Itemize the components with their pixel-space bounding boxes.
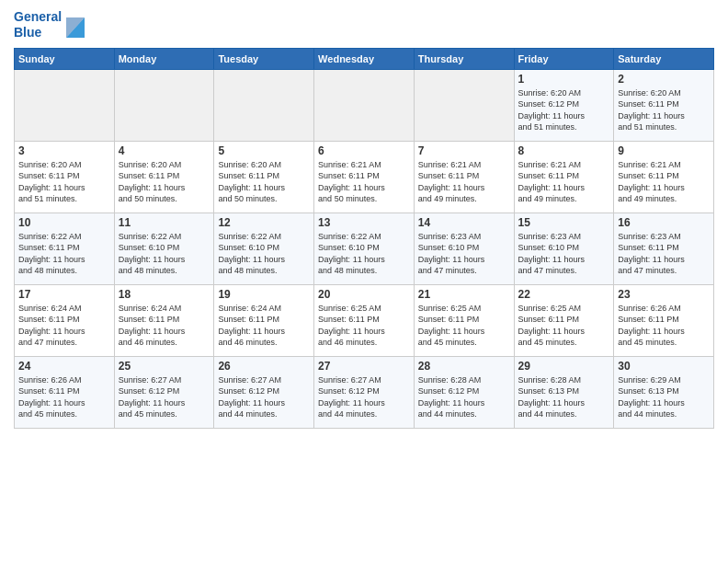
day-info: Sunrise: 6:20 AM Sunset: 6:11 PM Dayligh… <box>618 87 710 133</box>
day-number: 16 <box>618 216 710 229</box>
day-cell: 27Sunrise: 6:27 AM Sunset: 6:12 PM Dayli… <box>314 356 415 428</box>
day-number: 2 <box>618 73 710 86</box>
day-info: Sunrise: 6:21 AM Sunset: 6:11 PM Dayligh… <box>418 159 510 205</box>
day-cell: 6Sunrise: 6:21 AM Sunset: 6:11 PM Daylig… <box>314 141 415 213</box>
weekday-header-saturday: Saturday <box>614 48 714 69</box>
day-cell: 29Sunrise: 6:28 AM Sunset: 6:13 PM Dayli… <box>514 356 614 428</box>
day-number: 4 <box>119 144 210 157</box>
day-cell: 11Sunrise: 6:22 AM Sunset: 6:10 PM Dayli… <box>114 213 214 284</box>
day-cell: 8Sunrise: 6:21 AM Sunset: 6:11 PM Daylig… <box>514 141 614 213</box>
day-number: 10 <box>18 216 110 229</box>
day-info: Sunrise: 6:26 AM Sunset: 6:11 PM Dayligh… <box>618 303 710 349</box>
day-cell: 23Sunrise: 6:26 AM Sunset: 6:11 PM Dayli… <box>614 284 714 356</box>
day-number: 28 <box>418 360 510 373</box>
day-cell: 4Sunrise: 6:20 AM Sunset: 6:11 PM Daylig… <box>114 141 214 213</box>
day-number: 5 <box>218 144 310 157</box>
day-cell: 17Sunrise: 6:24 AM Sunset: 6:11 PM Dayli… <box>15 284 115 356</box>
day-info: Sunrise: 6:24 AM Sunset: 6:11 PM Dayligh… <box>119 303 210 349</box>
day-info: Sunrise: 6:27 AM Sunset: 6:12 PM Dayligh… <box>318 374 410 420</box>
week-row-5: 24Sunrise: 6:26 AM Sunset: 6:11 PM Dayli… <box>15 356 714 428</box>
day-cell: 1Sunrise: 6:20 AM Sunset: 6:12 PM Daylig… <box>514 69 614 141</box>
day-info: Sunrise: 6:20 AM Sunset: 6:11 PM Dayligh… <box>18 159 110 205</box>
week-row-4: 17Sunrise: 6:24 AM Sunset: 6:11 PM Dayli… <box>15 284 714 356</box>
day-cell: 20Sunrise: 6:25 AM Sunset: 6:11 PM Dayli… <box>314 284 415 356</box>
day-cell: 5Sunrise: 6:20 AM Sunset: 6:11 PM Daylig… <box>214 141 314 213</box>
day-info: Sunrise: 6:27 AM Sunset: 6:12 PM Dayligh… <box>119 374 210 420</box>
day-info: Sunrise: 6:22 AM Sunset: 6:11 PM Dayligh… <box>18 231 110 277</box>
day-info: Sunrise: 6:23 AM Sunset: 6:10 PM Dayligh… <box>518 231 610 277</box>
day-cell: 9Sunrise: 6:21 AM Sunset: 6:11 PM Daylig… <box>614 141 714 213</box>
day-number: 8 <box>518 144 610 157</box>
day-cell: 16Sunrise: 6:23 AM Sunset: 6:11 PM Dayli… <box>614 213 714 284</box>
weekday-header-row: SundayMondayTuesdayWednesdayThursdayFrid… <box>15 48 714 69</box>
day-number: 3 <box>18 144 110 157</box>
day-info: Sunrise: 6:24 AM Sunset: 6:11 PM Dayligh… <box>18 303 110 349</box>
day-number: 17 <box>18 288 110 301</box>
day-info: Sunrise: 6:26 AM Sunset: 6:11 PM Dayligh… <box>18 374 110 420</box>
week-row-2: 3Sunrise: 6:20 AM Sunset: 6:11 PM Daylig… <box>15 141 714 213</box>
day-info: Sunrise: 6:21 AM Sunset: 6:11 PM Dayligh… <box>518 159 610 205</box>
week-row-1: 1Sunrise: 6:20 AM Sunset: 6:12 PM Daylig… <box>15 69 714 141</box>
day-info: Sunrise: 6:20 AM Sunset: 6:11 PM Dayligh… <box>218 159 310 205</box>
day-info: Sunrise: 6:20 AM Sunset: 6:12 PM Dayligh… <box>518 87 610 133</box>
header: GeneralBlue <box>14 9 714 40</box>
calendar-page: GeneralBlue SundayMondayTuesdayWednesday… <box>0 0 728 563</box>
day-info: Sunrise: 6:24 AM Sunset: 6:11 PM Dayligh… <box>218 303 310 349</box>
day-cell <box>314 69 415 141</box>
day-cell: 24Sunrise: 6:26 AM Sunset: 6:11 PM Dayli… <box>15 356 115 428</box>
day-cell <box>15 69 115 141</box>
day-number: 20 <box>318 288 410 301</box>
day-cell: 7Sunrise: 6:21 AM Sunset: 6:11 PM Daylig… <box>414 141 514 213</box>
day-number: 15 <box>518 216 610 229</box>
day-number: 14 <box>418 216 510 229</box>
day-cell: 26Sunrise: 6:27 AM Sunset: 6:12 PM Dayli… <box>214 356 314 428</box>
weekday-header-monday: Monday <box>114 48 214 69</box>
day-info: Sunrise: 6:23 AM Sunset: 6:10 PM Dayligh… <box>418 231 510 277</box>
day-number: 26 <box>218 360 310 373</box>
day-cell: 28Sunrise: 6:28 AM Sunset: 6:12 PM Dayli… <box>414 356 514 428</box>
weekday-header-thursday: Thursday <box>414 48 514 69</box>
day-cell: 3Sunrise: 6:20 AM Sunset: 6:11 PM Daylig… <box>15 141 115 213</box>
day-number: 24 <box>18 360 110 373</box>
day-cell: 14Sunrise: 6:23 AM Sunset: 6:10 PM Dayli… <box>414 213 514 284</box>
day-number: 29 <box>518 360 610 373</box>
day-cell <box>414 69 514 141</box>
day-number: 27 <box>318 360 410 373</box>
day-cell: 10Sunrise: 6:22 AM Sunset: 6:11 PM Dayli… <box>15 213 115 284</box>
day-info: Sunrise: 6:29 AM Sunset: 6:13 PM Dayligh… <box>618 374 710 420</box>
day-info: Sunrise: 6:23 AM Sunset: 6:11 PM Dayligh… <box>618 231 710 277</box>
logo-icon <box>64 12 85 38</box>
day-info: Sunrise: 6:27 AM Sunset: 6:12 PM Dayligh… <box>218 374 310 420</box>
day-info: Sunrise: 6:22 AM Sunset: 6:10 PM Dayligh… <box>119 231 210 277</box>
day-info: Sunrise: 6:20 AM Sunset: 6:11 PM Dayligh… <box>119 159 210 205</box>
day-number: 23 <box>618 288 710 301</box>
day-info: Sunrise: 6:21 AM Sunset: 6:11 PM Dayligh… <box>618 159 710 205</box>
day-cell: 22Sunrise: 6:25 AM Sunset: 6:11 PM Dayli… <box>514 284 614 356</box>
day-cell: 19Sunrise: 6:24 AM Sunset: 6:11 PM Dayli… <box>214 284 314 356</box>
weekday-header-tuesday: Tuesday <box>214 48 314 69</box>
logo-text: GeneralBlue <box>14 9 62 40</box>
day-info: Sunrise: 6:28 AM Sunset: 6:13 PM Dayligh… <box>518 374 610 420</box>
weekday-header-wednesday: Wednesday <box>314 48 415 69</box>
day-number: 30 <box>618 360 710 373</box>
day-info: Sunrise: 6:28 AM Sunset: 6:12 PM Dayligh… <box>418 374 510 420</box>
day-number: 9 <box>618 144 710 157</box>
day-cell <box>114 69 214 141</box>
day-info: Sunrise: 6:25 AM Sunset: 6:11 PM Dayligh… <box>418 303 510 349</box>
day-cell: 25Sunrise: 6:27 AM Sunset: 6:12 PM Dayli… <box>114 356 214 428</box>
day-number: 18 <box>119 288 210 301</box>
day-cell: 30Sunrise: 6:29 AM Sunset: 6:13 PM Dayli… <box>614 356 714 428</box>
day-number: 7 <box>418 144 510 157</box>
day-info: Sunrise: 6:25 AM Sunset: 6:11 PM Dayligh… <box>318 303 410 349</box>
day-info: Sunrise: 6:21 AM Sunset: 6:11 PM Dayligh… <box>318 159 410 205</box>
day-number: 11 <box>119 216 210 229</box>
day-number: 12 <box>218 216 310 229</box>
day-info: Sunrise: 6:22 AM Sunset: 6:10 PM Dayligh… <box>218 231 310 277</box>
day-info: Sunrise: 6:25 AM Sunset: 6:11 PM Dayligh… <box>518 303 610 349</box>
day-cell: 13Sunrise: 6:22 AM Sunset: 6:10 PM Dayli… <box>314 213 415 284</box>
day-number: 25 <box>119 360 210 373</box>
day-cell: 21Sunrise: 6:25 AM Sunset: 6:11 PM Dayli… <box>414 284 514 356</box>
logo: GeneralBlue <box>14 9 85 40</box>
day-number: 22 <box>518 288 610 301</box>
day-cell: 12Sunrise: 6:22 AM Sunset: 6:10 PM Dayli… <box>214 213 314 284</box>
